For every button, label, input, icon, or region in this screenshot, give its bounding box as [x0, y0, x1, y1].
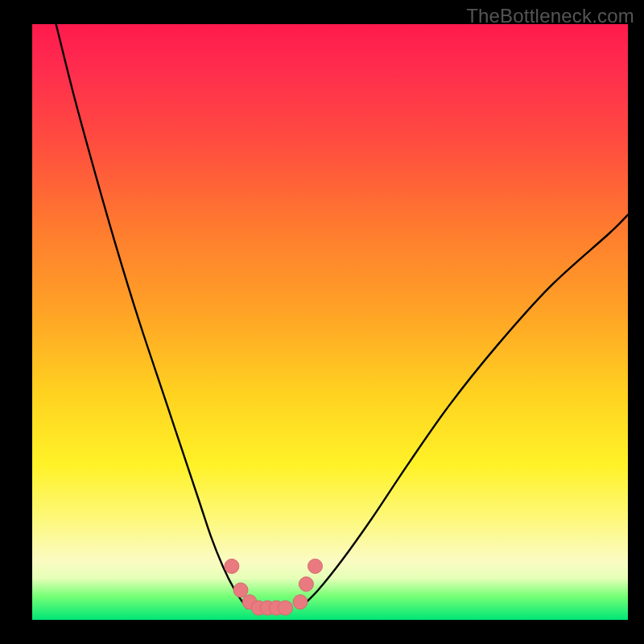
trough-marker — [233, 583, 248, 597]
trough-marker — [279, 601, 293, 615]
curve-layer — [32, 24, 628, 620]
trough-marker — [251, 601, 266, 615]
trough-marker — [299, 577, 313, 592]
trough-marker — [242, 595, 257, 609]
plot-area — [32, 24, 628, 620]
chart-frame: TheBottleneck.com — [0, 0, 644, 644]
trough-marker — [225, 559, 239, 573]
curve-right — [300, 215, 628, 608]
trough-marker — [260, 601, 275, 615]
curve-left — [56, 24, 247, 608]
trough-marker — [293, 595, 308, 609]
trough-marker — [308, 559, 323, 573]
trough-marker — [269, 601, 283, 615]
trough-markers — [225, 559, 323, 615]
